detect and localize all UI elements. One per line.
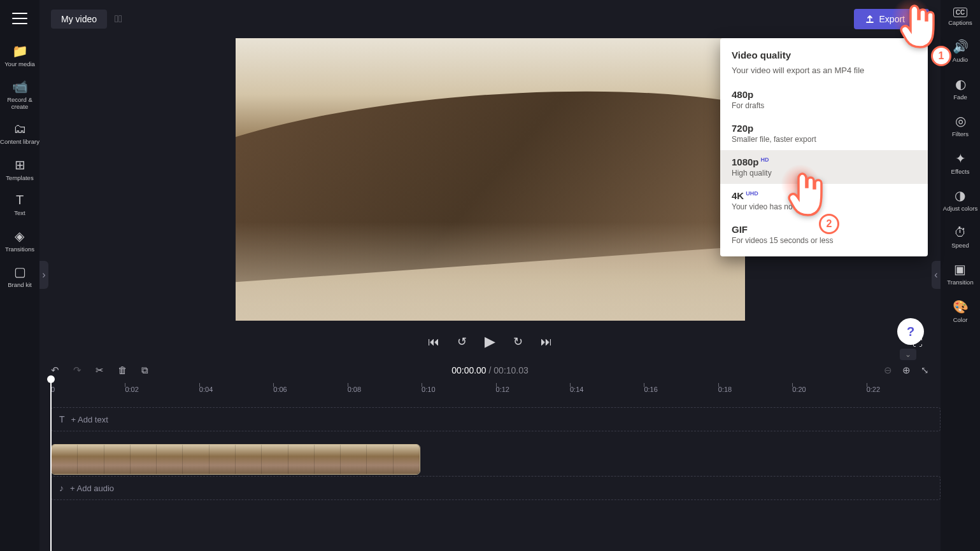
upload-icon: [865, 15, 874, 24]
delete-icon[interactable]: 🗑: [118, 365, 127, 376]
slide-icon: ▣: [954, 262, 966, 277]
ruler-tick: 0:12: [496, 386, 570, 393]
contrast-icon: ◑: [955, 188, 965, 203]
quality-option-gif[interactable]: GIFFor videos 15 seconds or less: [720, 218, 928, 251]
audio-track[interactable]: ♪+ Add audio: [51, 476, 941, 500]
ruler-tick: 0:02: [125, 386, 199, 393]
skip-forward-icon[interactable]: ⏭: [541, 335, 552, 349]
ruler-tick: 0: [51, 386, 125, 393]
skip-back-icon[interactable]: ⏮: [428, 335, 439, 349]
undo-icon[interactable]: ↶: [51, 365, 59, 376]
video-preview[interactable]: [236, 38, 745, 321]
music-icon: ♪: [59, 483, 64, 493]
nav-record-create[interactable]: 📹Record & create: [0, 79, 39, 110]
header: My video 👁⃠ Export ⌄: [39, 0, 941, 38]
rnav-captions[interactable]: CCCaptions: [948, 8, 972, 26]
quality-option-480p[interactable]: 480pFor drafts: [720, 83, 928, 116]
zoom-in-icon[interactable]: ⊕: [902, 365, 911, 376]
dropdown-title: Video quality: [720, 50, 928, 66]
ruler-tick: 0:08: [348, 386, 422, 393]
ruler-tick: 0:10: [422, 386, 495, 393]
text-icon: T: [59, 414, 65, 424]
project-title[interactable]: My video: [51, 10, 107, 29]
chevron-down-icon: ⌄: [910, 14, 918, 24]
timeline-ruler[interactable]: 0 0:02 0:04 0:06 0:08 0:10 0:12 0:14 0:1…: [51, 381, 941, 398]
hamburger-menu[interactable]: [12, 13, 27, 24]
library-icon: 🗂: [13, 122, 26, 136]
ruler-tick: 0:18: [718, 386, 792, 393]
rewind-icon[interactable]: ↺: [457, 335, 467, 349]
rnav-filters[interactable]: ◎Filters: [952, 113, 969, 137]
nav-content-library[interactable]: 🗂Content library: [0, 122, 39, 145]
playhead[interactable]: [50, 379, 52, 551]
export-quality-dropdown: Video quality Your video will export as …: [720, 38, 928, 256]
zoom-controls: ⊖ ⊕ ⤡: [884, 365, 929, 376]
half-circle-icon: ◐: [955, 76, 966, 92]
folder-icon: 📁: [12, 43, 28, 59]
quality-option-4k[interactable]: 4KUHDYour video has no 4: [720, 184, 928, 218]
ruler-tick: 0:04: [199, 386, 273, 393]
visibility-icon[interactable]: 👁⃠: [115, 13, 122, 25]
rnav-color[interactable]: 🎨Color: [953, 299, 969, 323]
zoom-out-icon[interactable]: ⊖: [884, 365, 892, 376]
wand-icon: ✦: [955, 151, 966, 166]
forward-icon[interactable]: ↻: [513, 335, 523, 349]
time-elapsed: 00:00.00: [451, 365, 486, 375]
collapse-panel-icon[interactable]: ⌄: [900, 349, 916, 360]
ruler-tick: 0:16: [644, 386, 718, 393]
collapse-right-handle[interactable]: ‹: [932, 261, 941, 289]
gauge-icon: ⏱: [954, 225, 967, 240]
duplicate-icon[interactable]: ⧉: [141, 365, 148, 376]
play-icon[interactable]: ▶: [485, 333, 495, 350]
rnav-transition[interactable]: ▣Transition: [947, 262, 973, 286]
timeline-header: ↶ ↷ ✂ 🗑 ⧉ 00:00.00 / 00:10.03 ⊖ ⊕ ⤡: [39, 359, 941, 381]
card-icon: ▢: [14, 264, 26, 279]
ruler-tick: 0:22: [867, 386, 941, 393]
grid-icon: ⊞: [15, 157, 25, 172]
nav-text[interactable]: TText: [14, 193, 25, 216]
time-display: 00:00.00 / 00:10.03: [451, 365, 529, 375]
quality-option-720p[interactable]: 720pSmaller file, faster export: [720, 116, 928, 150]
export-button[interactable]: Export ⌄: [854, 9, 929, 29]
right-sidebar: CCCaptions 🔊Audio ◐Fade ◎Filters ✦Effect…: [941, 0, 980, 551]
video-clip[interactable]: [51, 444, 420, 475]
time-total: / 00:10.03: [489, 365, 529, 375]
text-icon: T: [16, 193, 24, 207]
palette-icon: 🎨: [953, 299, 969, 314]
ruler-tick: 0:06: [273, 386, 347, 393]
cc-icon: CC: [953, 8, 967, 17]
rnav-speed[interactable]: ⏱Speed: [951, 225, 969, 249]
ruler-tick: 0:20: [792, 386, 866, 393]
video-cam-icon: 📹: [12, 79, 28, 94]
quality-option-1080p[interactable]: 1080pHDHigh quality: [720, 150, 928, 184]
rnav-audio[interactable]: 🔊Audio: [953, 39, 969, 63]
left-sidebar: 📁Your media 📹Record & create 🗂Content li…: [0, 0, 39, 551]
cut-icon[interactable]: ✂: [96, 365, 104, 376]
rnav-fade[interactable]: ◐Fade: [953, 76, 967, 101]
playback-controls: ⏮ ↺ ▶ ↻ ⏭: [428, 333, 552, 350]
speaker-icon: 🔊: [953, 39, 969, 54]
redo-icon[interactable]: ↷: [73, 365, 82, 376]
nav-brand-kit[interactable]: ▢Brand kit: [8, 264, 32, 288]
dropdown-subtitle: Your video will export as an MP4 file: [720, 66, 928, 83]
nav-templates[interactable]: ⊞Templates: [6, 157, 33, 181]
ruler-tick: 0:14: [570, 386, 644, 393]
nav-your-media[interactable]: 📁Your media: [4, 43, 35, 67]
timeline-tools: ↶ ↷ ✂ 🗑 ⧉: [51, 365, 148, 376]
help-button[interactable]: ?: [897, 318, 924, 345]
diamond-icon: ◈: [15, 228, 24, 244]
export-label: Export: [879, 14, 905, 24]
expand-left-handle[interactable]: ›: [39, 261, 48, 289]
rnav-effects[interactable]: ✦Effects: [951, 151, 970, 175]
nav-transitions[interactable]: ◈Transitions: [5, 228, 34, 253]
fit-icon[interactable]: ⤡: [921, 365, 929, 376]
rnav-adjust-colors[interactable]: ◑Adjust colors: [943, 188, 977, 212]
rings-icon: ◎: [955, 113, 966, 129]
text-track[interactable]: T+ Add text: [51, 407, 941, 431]
